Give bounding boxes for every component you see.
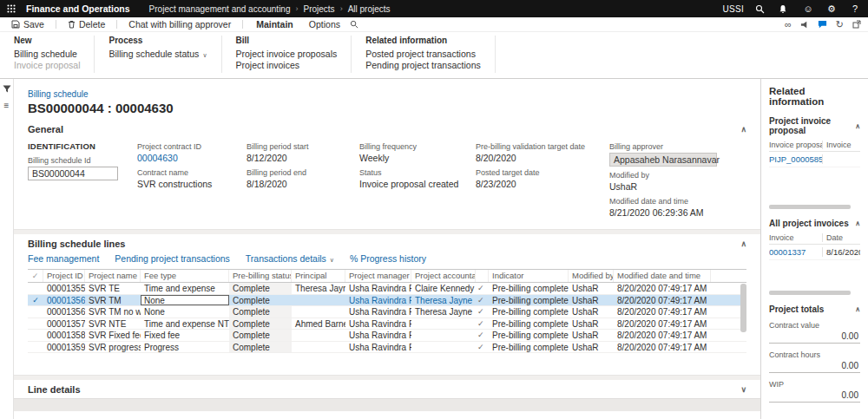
row-select-checkbox[interactable]: [28, 330, 43, 341]
lines-section-header[interactable]: Billing schedule lines ∧: [14, 234, 760, 252]
grid-cell[interactable]: 8/20/2020 07:49:17 AM: [614, 306, 711, 318]
column-header[interactable]: Invoice: [823, 141, 860, 149]
attach-link-icon[interactable]: ∞: [785, 19, 792, 29]
grid-cell[interactable]: Pre-billing complete: [489, 330, 569, 341]
chat-with-billing-approver-button[interactable]: Chat with billing approver: [124, 19, 235, 29]
collapse-chevron-down-icon[interactable]: ∨: [740, 385, 746, 394]
grid-cell[interactable]: ✓: [476, 330, 489, 341]
collapse-chevron-up-icon[interactable]: ∧: [740, 125, 746, 134]
grid-cell[interactable]: Complete: [229, 342, 292, 353]
grid-cell[interactable]: ✓: [476, 342, 489, 353]
search-icon[interactable]: [755, 4, 767, 14]
grid-cell[interactable]: Usha Ravindra Rao: [345, 318, 411, 330]
modified-datetime-field[interactable]: 8/21/2020 06:29:36 AM: [609, 207, 741, 219]
project-invoices-button[interactable]: Project invoices: [236, 60, 338, 71]
grid-cell[interactable]: 00001359: [43, 342, 85, 353]
posted-project-transactions-button[interactable]: Posted project transactions: [365, 49, 481, 60]
collapse-chevron-up-icon[interactable]: ∧: [855, 219, 860, 227]
horizontal-scrollbar[interactable]: [769, 205, 851, 209]
all-invoices-row[interactable]: 00001337 8/16/2020: [769, 245, 860, 260]
grid-row[interactable]: 00001355SVR TETime and expenseCompleteTh…: [28, 283, 746, 295]
grid-row[interactable]: 00001359SVR progressProgressCompleteUsha…: [28, 342, 746, 354]
grid-cell[interactable]: 00001358: [43, 330, 85, 341]
save-button[interactable]: Save: [7, 19, 49, 29]
grid-cell[interactable]: 00001357: [43, 318, 85, 330]
breadcrumb-area[interactable]: Projects: [304, 4, 335, 14]
billing-schedule-status-dropdown[interactable]: Billing schedule status∨: [108, 49, 207, 61]
grid-cell[interactable]: Usha Ravindra Rao: [345, 342, 411, 353]
grid-cell[interactable]: Complete: [229, 295, 292, 306]
tab-maintain[interactable]: Maintain: [250, 19, 299, 29]
grid-column-header[interactable]: [476, 270, 489, 282]
grid-cell[interactable]: SVR progress: [85, 342, 141, 353]
progress-history-link[interactable]: % Progress history: [350, 253, 426, 264]
column-header[interactable]: Invoice proposal: [769, 141, 823, 149]
command-search-icon[interactable]: [350, 20, 358, 29]
grid-column-header[interactable]: Project manager: [345, 270, 411, 282]
column-header[interactable]: Date: [823, 233, 860, 242]
grid-cell[interactable]: Fixed fee: [141, 330, 229, 341]
row-select-checkbox[interactable]: [28, 283, 43, 294]
grid-cell[interactable]: None: [141, 295, 229, 306]
billing-frequency-field[interactable]: Weekly: [359, 153, 464, 164]
all-project-invoices-header[interactable]: All project invoices ∧: [769, 219, 860, 228]
project-invoice-proposal-header[interactable]: Project invoice proposal ∧: [769, 116, 860, 135]
grid-cell[interactable]: SVR Fixed fee: [85, 330, 141, 341]
posted-target-date-field[interactable]: 8/23/2020: [476, 179, 597, 190]
grid-cell[interactable]: Usha Ravindra Rao: [345, 283, 411, 294]
grid-cell[interactable]: None: [141, 306, 229, 318]
grid-cell[interactable]: [292, 295, 345, 306]
collapse-chevron-up-icon[interactable]: ∧: [855, 122, 860, 130]
grid-cell[interactable]: Pre-billing complete: [489, 318, 569, 330]
grid-cell[interactable]: 8/20/2020 07:49:17 AM: [614, 295, 711, 306]
grid-column-header[interactable]: Project accountant: [411, 270, 476, 282]
collapse-chevron-up-icon[interactable]: ∧: [740, 239, 746, 248]
horizontal-scrollbar-strip[interactable]: [14, 398, 760, 411]
grid-cell[interactable]: UshaR: [569, 295, 614, 306]
modified-by-field[interactable]: UshaR: [609, 181, 741, 193]
project-totals-header[interactable]: Project totals ∧: [769, 304, 860, 314]
grid-column-header[interactable]: Principal: [292, 270, 345, 282]
grid-cell[interactable]: [292, 330, 345, 341]
select-all-checkbox[interactable]: ✓: [28, 270, 43, 282]
grid-column-header[interactable]: Modified date and time: [614, 270, 711, 282]
grid-cell[interactable]: Claire Kennedy: [411, 283, 476, 294]
grid-cell[interactable]: Complete: [229, 330, 292, 341]
row-select-checkbox[interactable]: ✓: [28, 295, 43, 306]
grid-cell[interactable]: Complete: [229, 318, 292, 330]
settings-gear-icon[interactable]: ⚙: [825, 3, 838, 15]
grid-cell[interactable]: UshaR: [569, 283, 614, 294]
grid-cell[interactable]: ✓: [476, 306, 489, 318]
grid-cell[interactable]: 00001356.01: [43, 306, 85, 318]
grid-cell[interactable]: Usha Ravindra Rao: [345, 306, 411, 318]
prebilling-validation-target-date-field[interactable]: 8/20/2020: [476, 153, 597, 164]
grid-cell[interactable]: Complete: [229, 283, 292, 294]
project-contract-id-link[interactable]: 00004630: [137, 153, 234, 164]
filter-funnel-icon[interactable]: [3, 85, 11, 94]
grid-cell[interactable]: 8/20/2020 07:49:17 AM: [614, 330, 711, 341]
grid-row[interactable]: 00001357SVR NTETime and expense NTECompl…: [28, 318, 746, 331]
contract-name-field[interactable]: SVR constructions: [137, 179, 234, 190]
billing-period-start-field[interactable]: 8/12/2020: [247, 153, 347, 164]
grid-cell[interactable]: [411, 318, 476, 330]
announcement-icon[interactable]: [800, 21, 809, 29]
grid-cell[interactable]: UshaR: [569, 306, 614, 318]
grid-cell[interactable]: Theresa Jayne: [411, 306, 476, 318]
grid-cell[interactable]: 8/20/2020 07:49:17 AM: [614, 318, 711, 330]
grid-column-header[interactable]: Project ID: [43, 270, 85, 282]
form-caption-link[interactable]: Billing schedule: [28, 89, 89, 99]
grid-cell[interactable]: Pre-billing complete: [489, 283, 569, 294]
invoice-proposal-link[interactable]: PIJP_00005855: [769, 154, 823, 164]
breadcrumb-module[interactable]: Project management and accounting: [149, 4, 291, 14]
transactions-details-dropdown[interactable]: Transactions details∨: [246, 253, 334, 264]
refresh-history-icon[interactable]: ↻: [836, 19, 844, 29]
grid-cell[interactable]: Theresa Jayne: [292, 283, 345, 294]
grid-cell[interactable]: [292, 342, 345, 353]
line-details-section-header[interactable]: Line details ∨: [14, 380, 760, 398]
grid-column-header[interactable]: Project name: [85, 270, 141, 282]
grid-cell[interactable]: Usha Ravindra Rao: [345, 295, 411, 306]
grid-column-header[interactable]: Fee type: [141, 270, 229, 282]
grid-column-header[interactable]: Modified by: [569, 270, 614, 282]
chat-bubble-icon[interactable]: [818, 20, 827, 29]
grid-row[interactable]: 00001356.01SVR TM no wipNoneCompleteUsha…: [28, 306, 746, 318]
